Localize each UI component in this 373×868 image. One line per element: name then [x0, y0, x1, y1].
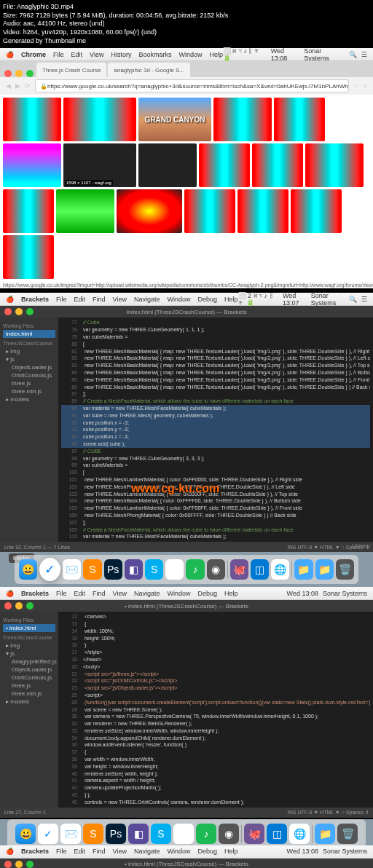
address-bar[interactable]: 🔒 https://www.google.co.uk/search?q=anag…	[35, 79, 349, 92]
menu-find[interactable]: Find	[93, 590, 106, 597]
menu-history[interactable]: History	[111, 51, 131, 58]
chrome-icon[interactable]: 🌐	[271, 559, 289, 580]
sidebar-folder[interactable]: ▸ img	[3, 347, 55, 355]
trash-icon[interactable]: 🗑️	[337, 824, 358, 844]
image-thumb[interactable]	[117, 189, 182, 233]
image-thumb[interactable]	[213, 98, 272, 141]
code-editor[interactable]: 77// Cube 78var geometry = new THREE.Cub…	[58, 317, 373, 542]
maximize-button[interactable]	[26, 70, 34, 77]
finder-icon[interactable]: 😀	[19, 559, 37, 580]
image-thumb[interactable]	[56, 189, 114, 233]
menubar-icons[interactable]: ⬜ 2 ⌘ ⌥ ♪ ᛒ ᯤ 🔋	[238, 292, 278, 307]
image-thumb[interactable]	[3, 143, 61, 187]
image-thumb[interactable]	[305, 143, 364, 187]
tab-1[interactable]: Three.js Crash Course	[36, 63, 106, 77]
menu-window[interactable]: Window	[178, 51, 202, 58]
sidebar-file[interactable]: AnaglyphEffect.js	[3, 658, 55, 666]
folder-icon[interactable]: 📁	[315, 824, 335, 844]
sidebar-folder[interactable]: ▸ models	[3, 698, 55, 706]
close-button[interactable]	[4, 861, 12, 868]
menu-view[interactable]: View	[113, 296, 127, 303]
menu-view[interactable]: View	[113, 590, 127, 597]
menu-file[interactable]: File	[56, 296, 67, 303]
sidebar-file[interactable]: ObjectLoader.js	[3, 363, 55, 371]
github-icon[interactable]: 🐙	[244, 824, 264, 844]
image-thumb[interactable]	[252, 143, 303, 187]
image-thumb[interactable]	[274, 98, 325, 141]
user-name[interactable]: Sonar Systems	[323, 590, 367, 597]
minimize-button[interactable]	[15, 602, 23, 609]
menu-navigate[interactable]: Navigate	[134, 296, 160, 303]
star-icon[interactable]: ☆	[353, 82, 359, 90]
mail-icon[interactable]: ✉️	[63, 559, 81, 580]
photoshop-icon[interactable]: Ps	[106, 824, 126, 844]
sidebar-folder[interactable]: ▸ models	[3, 395, 55, 403]
sidebar-project[interactable]: ThreeJSCrashCourse	[3, 635, 55, 640]
image-thumb[interactable]	[291, 189, 342, 233]
apple-icon[interactable]: 🍎	[6, 848, 14, 855]
menu-navigate[interactable]: Navigate	[134, 590, 160, 597]
check-icon[interactable]: ✓	[38, 824, 58, 844]
back-icon[interactable]: ◀	[6, 82, 11, 90]
close-button[interactable]	[4, 70, 12, 77]
notification-icon[interactable]: ☰	[361, 51, 367, 58]
menu-debug[interactable]: Debug	[197, 590, 217, 597]
menubar-icons[interactable]: ⬜ ⌘ ⌥ ♪ ᛒ ᯤ 🔋	[223, 47, 267, 62]
clock[interactable]: Wed 13:07	[283, 292, 307, 307]
app-name[interactable]: Chrome	[21, 51, 46, 58]
code-editor[interactable]: 12 <canvas> 13 { 14 width: 100%; 15 heig…	[58, 612, 373, 808]
sidebar-folder[interactable]: ▸ img	[3, 642, 55, 650]
apple-icon[interactable]: 🍎	[6, 590, 14, 597]
file-encoding[interactable]: INS UTF-8 ▼ HTML ▼ ○ Spaces: 4	[288, 810, 369, 815]
clock[interactable]: Wed 13:08	[287, 590, 318, 597]
sidebar-file[interactable]: three.min.js	[3, 690, 55, 698]
sidebar-file[interactable]: three.js	[3, 682, 55, 690]
sidebar-file[interactable]: OrbitControls.js	[3, 371, 55, 379]
mail-icon[interactable]: ✉️	[60, 824, 81, 844]
spotlight-icon[interactable]: 🔍	[349, 51, 357, 58]
sidebar-folder[interactable]: ▾ js	[3, 355, 55, 363]
apps-icon[interactable]: ⊞	[165, 559, 184, 580]
menu-debug[interactable]: Debug	[197, 296, 217, 303]
close-button[interactable]	[4, 308, 12, 315]
app-name[interactable]: Brackets	[21, 590, 49, 597]
menu-bookmarks[interactable]: Bookmarks	[138, 51, 171, 58]
minimize-button[interactable]	[15, 308, 23, 315]
menu-window[interactable]: Window	[167, 848, 190, 855]
skype-icon[interactable]: S	[145, 559, 163, 580]
menu-edit[interactable]: Edit	[71, 51, 83, 58]
finder-icon[interactable]: 😀	[15, 824, 36, 844]
image-thumb[interactable]	[3, 235, 54, 279]
menu-edit[interactable]: Edit	[74, 848, 86, 855]
tab-2[interactable]: anaglyphic 3d - Google S...	[108, 63, 190, 77]
xd-icon[interactable]: ◧	[128, 824, 149, 844]
sidebar-file[interactable]: three.js	[3, 379, 55, 387]
menu-file[interactable]: File	[56, 848, 67, 855]
close-button[interactable]	[4, 602, 12, 609]
obs-icon[interactable]: ◉	[219, 824, 239, 844]
image-thumb[interactable]	[237, 189, 288, 233]
image-thumb[interactable]: GRAND CANYON	[138, 98, 211, 141]
apple-icon[interactable]: 🍎	[6, 296, 14, 303]
notification-icon[interactable]: ☰	[361, 296, 367, 303]
menu-help[interactable]: Help	[224, 296, 238, 303]
skype-icon[interactable]: S	[151, 824, 171, 844]
sidebar-file-active[interactable]: • index.html	[3, 624, 55, 632]
menu-edit[interactable]: Edit	[74, 296, 86, 303]
maximize-button[interactable]	[26, 308, 34, 315]
sidebar-folder[interactable]: ▾ js	[3, 650, 55, 658]
menu-view[interactable]: View	[90, 51, 103, 58]
github-icon[interactable]: 🐙	[230, 559, 248, 580]
menu-help[interactable]: Help	[224, 590, 238, 597]
sublime-icon[interactable]: S	[83, 559, 101, 580]
image-thumb[interactable]	[3, 189, 54, 233]
apple-icon[interactable]: 🍎	[6, 51, 14, 58]
trello-icon[interactable]: ◫	[267, 824, 287, 844]
xd-icon[interactable]: ◧	[125, 559, 143, 580]
image-thumb[interactable]	[3, 98, 61, 141]
menu-window[interactable]: Window	[167, 296, 190, 303]
spotify-icon[interactable]: ♪	[196, 824, 216, 844]
folder-icon[interactable]: 📁	[294, 559, 313, 580]
user-name[interactable]: Sonar Systems	[304, 47, 345, 62]
menu-help[interactable]: Help	[209, 51, 223, 58]
